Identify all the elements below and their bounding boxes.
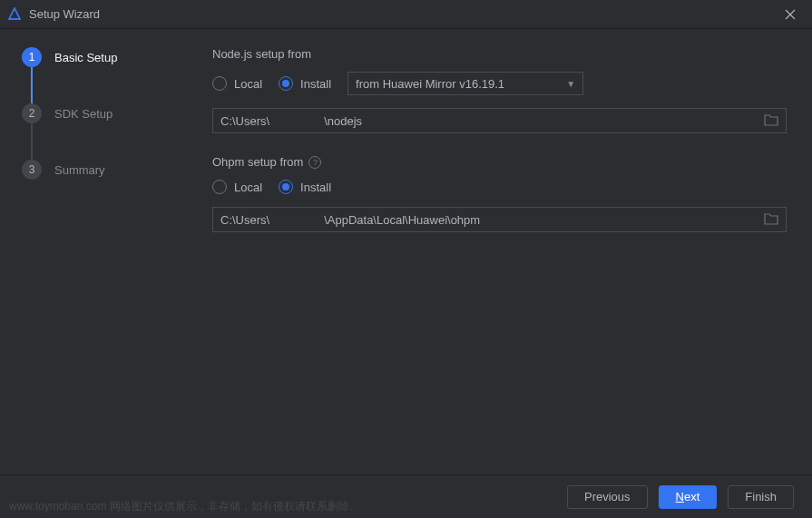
step-number: 1: [22, 47, 42, 67]
radio-label: Install: [300, 77, 331, 91]
previous-button[interactable]: Previous: [567, 485, 648, 509]
finish-button[interactable]: Finish: [728, 485, 794, 509]
radio-label: Local: [234, 181, 262, 194]
path-text: C:\Users\\nodejs: [220, 114, 764, 128]
step-summary[interactable]: 3 Summary: [22, 160, 209, 180]
nodejs-local-radio[interactable]: Local: [212, 76, 262, 91]
radio-label: Install: [300, 181, 331, 194]
close-button[interactable]: [776, 0, 805, 29]
window-title: Setup Wizard: [29, 7, 776, 21]
step-basic-setup[interactable]: 1 Basic Setup: [22, 47, 209, 67]
ohpm-radio-row: Local Install: [212, 180, 787, 194]
nodejs-section-title: Node.js setup from: [212, 47, 787, 61]
step-label: Basic Setup: [54, 51, 117, 64]
step-label: Summary: [54, 163, 105, 177]
help-icon[interactable]: ?: [308, 156, 321, 169]
main-area: 1 Basic Setup 2 SDK Setup 3 Summary Node…: [0, 29, 812, 474]
radio-icon: [279, 180, 293, 194]
step-sdk-setup[interactable]: 2 SDK Setup: [22, 103, 209, 123]
titlebar: Setup Wizard: [0, 0, 812, 29]
sidebar: 1 Basic Setup 2 SDK Setup 3 Summary: [0, 29, 209, 474]
step-connector: [31, 123, 33, 160]
nodejs-install-radio[interactable]: Install: [279, 76, 331, 91]
footer: www.toymoban.com 网络图片仅供展示，非存储，如有侵权请联系删除。…: [0, 474, 812, 518]
radio-icon: [279, 76, 293, 91]
nodejs-mirror-dropdown[interactable]: from Huawei Mirror v16.19.1 ▼: [347, 72, 583, 95]
nodejs-path-input[interactable]: C:\Users\\nodejs: [212, 108, 787, 133]
step-label: SDK Setup: [54, 107, 113, 121]
ohpm-section-title: Ohpm setup from ?: [212, 155, 787, 169]
watermark-text: www.toymoban.com 网络图片仅供展示，非存储，如有侵权请联系删除。: [9, 499, 360, 514]
content-panel: Node.js setup from Local Install from Hu…: [209, 29, 812, 474]
radio-icon: [212, 180, 227, 194]
ohpm-install-radio[interactable]: Install: [279, 180, 331, 194]
app-icon: [7, 7, 22, 22]
next-button[interactable]: Next: [659, 485, 718, 509]
ohpm-path-input[interactable]: C:\Users\\AppData\Local\Huawei\ohpm: [212, 207, 787, 232]
chevron-down-icon: ▼: [566, 79, 575, 89]
radio-icon: [212, 76, 227, 91]
nodejs-radio-row: Local Install from Huawei Mirror v16.19.…: [212, 72, 787, 95]
path-text: C:\Users\\AppData\Local\Huawei\ohpm: [220, 213, 764, 227]
step-number: 3: [22, 160, 42, 180]
ohpm-local-radio[interactable]: Local: [212, 180, 262, 194]
folder-browse-icon[interactable]: [764, 212, 778, 228]
dropdown-value: from Huawei Mirror v16.19.1: [356, 77, 504, 91]
step-number: 2: [22, 103, 42, 123]
radio-label: Local: [234, 77, 262, 91]
step-connector: [31, 67, 33, 103]
folder-browse-icon[interactable]: [764, 113, 778, 129]
